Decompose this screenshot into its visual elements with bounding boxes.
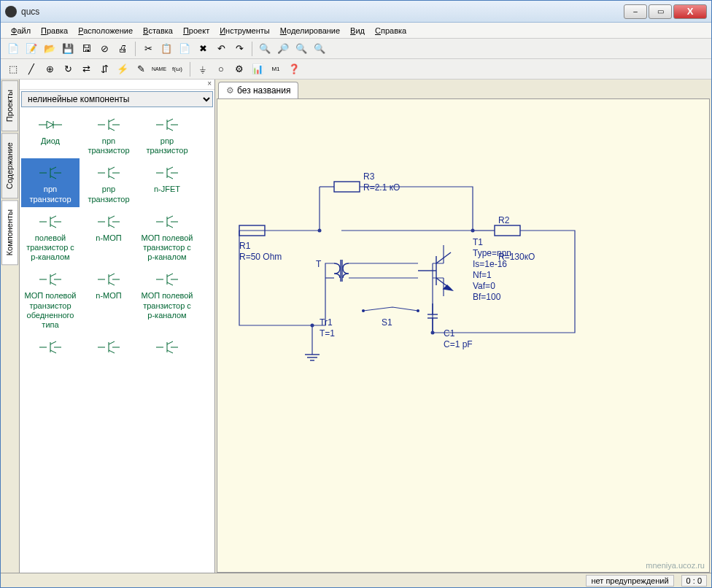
zoom-fit-icon[interactable]: 🔍 [293,41,309,57]
name-icon[interactable]: NAME [151,61,167,77]
maximize-button[interactable]: ▭ [649,4,672,19]
save-icon[interactable]: 💾 [60,41,76,57]
svg-line-27 [167,167,173,170]
save-all-icon[interactable]: 🖫 [78,41,94,57]
palette-item-label: pnp транзистор [139,136,195,155]
palette-item[interactable]: pnp транзистор [138,110,196,158]
equation-icon[interactable]: f(ω) [169,61,185,77]
palette-item-label: n-МОП [81,233,136,243]
svg-line-42 [167,216,173,219]
menu-layout[interactable]: Расположение [74,25,137,36]
component-symbol-icon [23,337,78,357]
undo-icon[interactable]: ↶ [213,41,229,57]
menu-file[interactable]: Файл [7,25,35,36]
menu-view[interactable]: Вид [346,25,369,36]
palette-item-label: n-МОП [81,291,136,301]
zoom-in-icon[interactable]: 🔍 [257,41,273,57]
svg-line-8 [109,128,115,131]
palette-item[interactable] [21,333,80,362]
palette-item[interactable]: n-МОП [80,207,138,266]
select-icon[interactable]: ⬚ [5,61,21,77]
minimize-button[interactable]: – [624,4,647,19]
palette-item[interactable]: МОП полевой транзистор с p-каналом [138,265,196,333]
paste-icon[interactable]: 📄 [177,41,193,57]
component-symbol-icon [139,115,195,135]
tab-content[interactable]: Содержание [1,133,18,198]
sidebar-close-icon[interactable]: × [20,80,214,90]
palette-item[interactable]: Диод [21,110,80,158]
label-r1-name: R1 [239,241,251,251]
palette-item[interactable]: npn транзистор [80,110,138,158]
schematic-canvas[interactable]: R3 R=2.1 кО R1 R=50 Ohm R2 R=130кО [217,98,710,573]
sidebar: × нелинейные компоненты Диодnpn транзист… [20,80,215,573]
palette-item[interactable] [80,333,138,362]
tab-projects[interactable]: Проекты [1,80,18,131]
mirror-icon[interactable]: ⇄ [78,61,94,77]
component-symbol-icon [81,337,136,357]
pen-icon[interactable]: ✎ [133,61,149,77]
mirrory-icon[interactable]: ⇵ [96,61,112,77]
doc-tab-untitled[interactable]: ⚙ без названия [218,82,298,98]
svg-line-62 [50,341,56,344]
close-button[interactable]: X [673,4,707,19]
label-t1-type: Type=npn [473,248,511,258]
menu-simulation[interactable]: Моделирование [276,25,344,36]
zoom-out-icon[interactable]: 🔎 [275,41,291,57]
cut-icon[interactable]: ✂ [140,41,156,57]
palette-item[interactable]: n-JFET [138,158,196,206]
palette-item[interactable]: npn транзистор [21,158,80,206]
help-icon[interactable]: ❓ [286,61,302,77]
svg-line-23 [109,176,115,179]
menu-edit[interactable]: Правка [36,25,72,36]
delete-icon[interactable]: ✖ [195,41,211,57]
copy-icon[interactable]: 📋 [158,41,174,57]
menu-project[interactable]: Проект [179,25,214,36]
menu-tools[interactable]: Инструменты [215,25,274,36]
label-r1-val: R=50 Ohm [239,252,282,262]
dc-icon[interactable]: 📊 [249,61,266,77]
svg-line-67 [109,341,115,344]
palette-item[interactable] [138,333,196,362]
palette-item[interactable]: МОП полевой транзистор обедненного типа [21,265,80,333]
ground-icon[interactable]: ⏚ [195,61,211,77]
palette-item-label: МОП полевой транзистор с p-каналом [139,291,195,320]
svg-line-73 [167,350,173,353]
titlebar[interactable]: qucs – ▭ X [1,1,711,23]
open-icon[interactable]: 📂 [42,41,58,57]
menu-insert[interactable]: Вставка [139,25,177,36]
palette-item[interactable]: n-МОП [80,265,138,333]
close-doc-icon[interactable]: ⊘ [96,41,112,57]
palette-item[interactable]: полевой транзистор с p-каналом [21,207,80,266]
palette-item-label: pnp транзистор [81,185,136,204]
component-symbol-icon [81,212,136,232]
print-icon[interactable]: 🖨 [115,41,131,57]
port-icon[interactable]: ○ [213,61,229,77]
svg-point-94 [471,229,475,233]
rotate-icon[interactable]: ↻ [60,61,76,77]
palette-item-label: Диод [23,136,78,146]
component-symbol-icon [139,163,195,183]
palette-item-label: полевой транзистор с p-каналом [23,233,78,263]
component-symbol-icon [139,269,195,290]
svg-line-53 [109,282,115,285]
svg-point-93 [318,229,322,233]
palette-item[interactable]: МОП полевой транзистор с p-каналом [138,207,196,266]
sim-icon[interactable]: ⚙ [231,61,247,77]
menu-help[interactable]: Справка [371,25,411,36]
status-coords: 0 : 0 [681,575,707,587]
component-symbol-icon [23,212,78,232]
redo-icon[interactable]: ↷ [231,41,247,57]
new-icon[interactable]: 📄 [5,41,21,57]
palette-item[interactable]: pnp транзистор [80,158,138,206]
new-text-icon[interactable]: 📝 [23,41,39,57]
wire-icon[interactable]: ╱ [23,61,39,77]
label-t1-bf: Bf=100 [473,292,501,302]
zoom-11-icon[interactable]: 🔍 [312,41,328,57]
svg-line-47 [50,274,56,276]
svg-line-37 [109,216,115,219]
activate-icon[interactable]: ⚡ [115,61,131,77]
label-icon[interactable]: ⊕ [42,61,58,77]
marker-icon[interactable]: M1 [268,61,284,77]
tab-components[interactable]: Компоненты [1,200,18,265]
component-category-select[interactable]: нелинейные компоненты [21,91,213,107]
